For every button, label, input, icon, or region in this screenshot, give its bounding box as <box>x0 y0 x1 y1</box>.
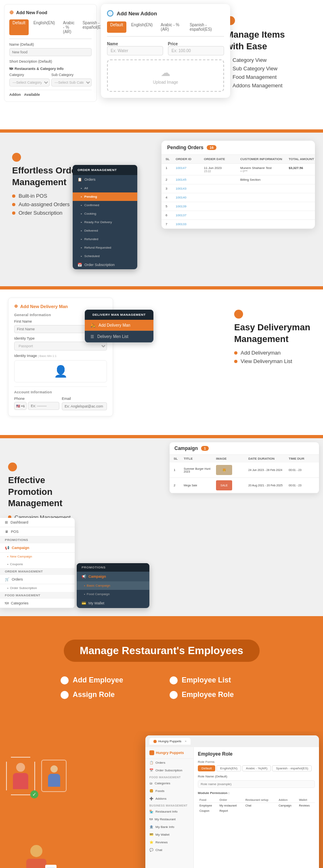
addon-price-input[interactable]: Ex: 100.00 <box>168 46 224 55</box>
delivery-list-item[interactable]: ☰ Delivery Men List <box>85 331 153 342</box>
order-mgmt-cooking[interactable]: •Cooking <box>73 209 137 218</box>
role-tab-en[interactable]: English(EN) <box>216 765 241 771</box>
sub-icon: • <box>7 555 8 558</box>
b-nav-foods[interactable]: 🍔 Foods <box>145 787 193 795</box>
basic-campaign-item[interactable]: • Basic Campaign <box>77 581 149 590</box>
close-tab-icon[interactable]: × <box>185 739 187 743</box>
sidebar-item-orders[interactable]: 🛒 Orders <box>0 575 75 584</box>
addon-tab-default[interactable]: Default <box>107 21 126 33</box>
order-mgmt-orders[interactable]: 📋 Orders <box>73 175 137 184</box>
th-order-id: ORDER ID <box>176 157 204 161</box>
th-sl: SL <box>174 457 184 460</box>
name-default-input[interactable] <box>9 48 92 56</box>
order-mgmt-delivered[interactable]: •Delivered <box>73 226 137 235</box>
addon-tab-en[interactable]: English(EN) <box>128 21 156 33</box>
my-wallet-popup-item[interactable]: 💳 My Wallet <box>77 598 149 608</box>
b-nav-chat[interactable]: 💬 Chat <box>145 846 193 854</box>
promo-feature-title: Effective PromotionManagement <box>8 475 89 509</box>
sub-category-field: Sub Category ---Select Sub Category--- <box>51 73 92 87</box>
sidebar-item-dashboard[interactable]: ⊞ Dashboard <box>0 518 75 527</box>
section-employee-screenshots: ✓ ✓ <box>0 731 323 868</box>
identity-image-box[interactable]: 👤 <box>14 360 107 382</box>
tab-default[interactable]: Default <box>9 19 29 35</box>
tab-ar[interactable]: Arabic - %(AR) <box>60 19 78 35</box>
addon-popup-title: Add New Addon <box>117 11 157 17</box>
phone-input[interactable] <box>28 402 59 410</box>
tab-en[interactable]: English(EN) <box>30 19 58 35</box>
campaign-popup-item[interactable]: 📢 Campaign <box>77 572 149 581</box>
add-delivery-man-item[interactable]: 🛵 Add Delivery Man <box>85 320 153 331</box>
sidebar-sub-coupons[interactable]: • Coupons <box>0 560 75 568</box>
order-mgmt-confirmed[interactable]: •Confirmed <box>73 201 137 209</box>
browser-tab-bar: Hungry Puppets × <box>145 735 319 747</box>
sidebar-item-pos[interactable]: 🖥 POS <box>0 527 75 536</box>
perm-report: Report <box>218 808 243 813</box>
order-mgmt-refunded[interactable]: •Refunded <box>73 235 137 243</box>
b-nav-order-sub[interactable]: 📅 Order Subscription <box>145 767 193 774</box>
table-row: 1 100147 11 Jun 2023 15:22 Munem Shahani… <box>162 164 315 175</box>
b-nav-restaurant-info[interactable]: 🏪 Restaurant Info <box>145 808 193 815</box>
manage-items-title: Manage Itemswith Ease <box>226 29 315 52</box>
addon-name-price-row: Name Ex: Water Price Ex: 100.00 <box>107 42 224 55</box>
email-input[interactable] <box>62 402 107 410</box>
order-mgmt-scheduled[interactable]: •Scheduled <box>73 252 137 260</box>
b-nav-my-restaurant[interactable]: 🍽 My Restaurant <box>145 815 193 823</box>
browser-active-tab: Hungry Puppets × <box>149 738 191 745</box>
delivery-list-label: Delivery Men List <box>97 334 128 339</box>
b-nav-addons[interactable]: ➕ Addons <box>145 795 193 803</box>
food-campaign-item[interactable]: • Food Campaign <box>77 590 149 598</box>
order-mgmt-ready[interactable]: •Ready For Delivery <box>73 218 137 226</box>
b-nav-orders[interactable]: 📋 Orders <box>145 759 193 767</box>
order-mgmt-pending[interactable]: • Pending <box>73 192 137 201</box>
perm-th-order: Order <box>218 797 243 803</box>
sub-category-select[interactable]: ---Select Sub Category--- <box>51 78 92 87</box>
campaign-popup-icon: 📢 <box>82 574 86 579</box>
b-nav-reviews[interactable]: ⭐ Reviews <box>145 838 193 846</box>
role-form-tabs[interactable]: Default English(EN) Arabic - %(AR) Spani… <box>198 765 315 771</box>
sidebar-item-categories[interactable]: 🍽 Categories <box>0 599 75 608</box>
order-mgmt-all[interactable]: • All <box>73 184 137 192</box>
wallet-icon: 💳 <box>82 601 86 605</box>
addon-tab-ar[interactable]: Arabic - %(AR) <box>157 21 185 33</box>
upload-icon: ☁ <box>161 67 170 78</box>
section-manage-items: ⊕ Add New Food Default English(EN) Arabi… <box>0 0 323 129</box>
bullet <box>12 211 15 215</box>
addon-tabs[interactable]: Default English(EN) Arabic - %(AR) Spani… <box>107 21 224 37</box>
b-nav-bank-info[interactable]: 🏦 My Bank Info <box>145 823 193 831</box>
sidebar-item-campaign[interactable]: 📢 Campaign <box>0 543 75 553</box>
tab-logo-dot <box>153 740 157 743</box>
table-row: 5100139 <box>162 202 315 211</box>
role-tab-es[interactable]: Spanish - español(ES) <box>272 765 312 771</box>
role-tab-ar[interactable]: Arabic - %(AR) <box>242 765 271 771</box>
orange-dot-order <box>12 153 21 162</box>
campaign-table-header: SL TITLE IMAGE DATE DURATION TIME DUR <box>170 455 319 463</box>
b-business-section: BUSINESS MANAGEMENT <box>145 803 193 808</box>
category-select[interactable]: ---Select Category--- <box>9 78 50 87</box>
upload-area[interactable]: ☁ Upload Image <box>107 59 224 92</box>
tablet-screen: ✓ <box>47 867 55 868</box>
role-tab-default[interactable]: Default <box>198 765 215 771</box>
emp-feature-list-label: Employee List <box>182 676 231 684</box>
order-mgmt-refund-req[interactable]: •Refund Requested <box>73 243 137 252</box>
table-row: 4100140 <box>162 193 315 202</box>
sidebar-sub-order-subscription[interactable]: • Order Subscription <box>0 584 75 592</box>
b-nav-categories[interactable]: 🗂 Categories <box>145 779 193 787</box>
campaign-panel: Campaign 1 SL TITLE IMAGE DATE DURATION … <box>170 442 319 493</box>
food-form-tabs[interactable]: Default English(EN) Arabic - %(AR) Spani… <box>9 19 92 39</box>
emp-feature-add: Add Employee <box>61 676 153 684</box>
b-nav-wallet[interactable]: 💳 My Wallet <box>145 831 193 838</box>
phone-flag: 🇺🇸 +1 <box>14 402 27 410</box>
section-order-management: Effortless OrderManagement Built-in POS … <box>0 133 323 286</box>
addon-circle-icon <box>107 10 113 17</box>
orders-panel: Pending Orders 16 SL ORDER ID ORDER DATE… <box>162 141 315 229</box>
order-subscription-item[interactable]: 📅 Order Subscription <box>73 260 137 269</box>
sidebar-sub-new-campaign[interactable]: • New Campaign <box>0 553 75 560</box>
addon-name-input[interactable]: Ex: Water <box>107 46 163 55</box>
delivery-form-title: Add New Delivery Man <box>20 304 68 309</box>
addon-price-label: Price <box>168 42 224 46</box>
role-name-input[interactable] <box>198 780 315 788</box>
perm-row-1: Employee My restaurant Chat Campaign Rev… <box>198 803 315 809</box>
identity-type-select[interactable]: Passport <box>14 342 107 351</box>
email-label: Email <box>62 397 107 401</box>
addon-tab-es[interactable]: Spanish - español(ES) <box>187 21 224 33</box>
